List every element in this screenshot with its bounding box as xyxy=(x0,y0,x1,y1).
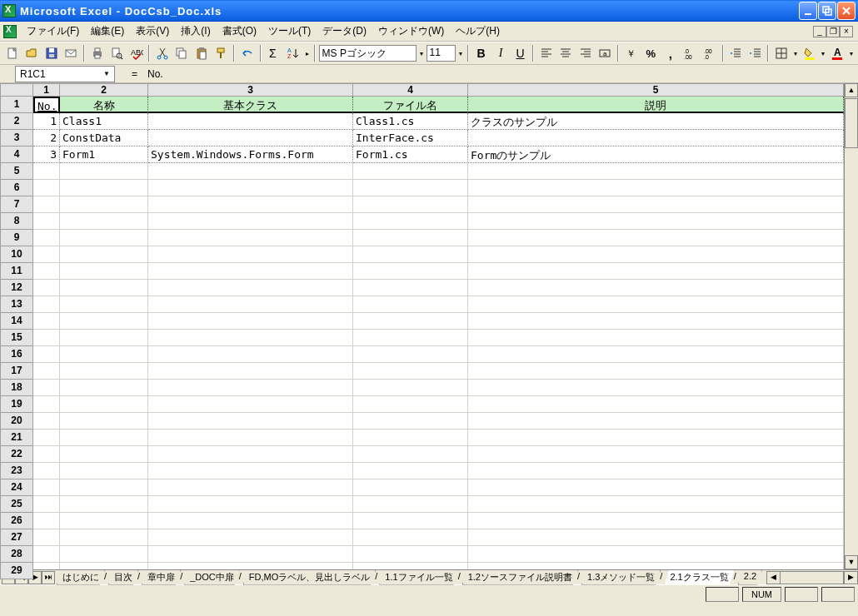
cell[interactable] xyxy=(60,380,148,396)
cell[interactable] xyxy=(60,529,148,546)
cell-name[interactable]: Form1 xyxy=(60,147,148,163)
cell[interactable] xyxy=(468,529,844,546)
cell[interactable] xyxy=(148,380,353,396)
menu-view[interactable]: 表示(V) xyxy=(131,22,174,41)
row-header[interactable]: 3 xyxy=(0,130,33,147)
name-box[interactable]: R1C1 ▼ xyxy=(15,66,115,82)
cell[interactable] xyxy=(353,246,468,263)
row-header[interactable]: 16 xyxy=(0,346,33,363)
header-desc[interactable]: 説明 xyxy=(468,97,844,113)
cell[interactable] xyxy=(60,430,148,446)
cell[interactable] xyxy=(60,346,148,363)
cell[interactable] xyxy=(33,263,60,280)
close-button[interactable] xyxy=(837,2,856,20)
cell[interactable] xyxy=(468,413,844,430)
cell[interactable] xyxy=(148,180,353,196)
save-icon[interactable] xyxy=(42,44,60,62)
sheet-tab[interactable]: 章中扉 xyxy=(142,570,181,585)
sheet-tab[interactable]: FD,MOラベル、見出しラベル xyxy=(243,570,376,585)
cell-desc[interactable]: クラスのサンプル xyxy=(468,113,844,130)
row-header[interactable]: 1 xyxy=(0,97,33,113)
underline-button[interactable]: U xyxy=(511,44,529,62)
row-header[interactable]: 22 xyxy=(0,446,33,463)
cell[interactable] xyxy=(60,563,148,569)
cell[interactable] xyxy=(148,513,353,529)
cell[interactable] xyxy=(468,463,844,479)
cell[interactable] xyxy=(148,263,353,280)
sort-asc-icon[interactable]: AZ xyxy=(284,44,302,62)
cell[interactable] xyxy=(468,380,844,396)
increase-indent-icon[interactable] xyxy=(746,44,764,62)
row-header[interactable]: 24 xyxy=(0,479,33,496)
row-header[interactable]: 19 xyxy=(0,396,33,413)
cell-base[interactable] xyxy=(148,130,353,147)
cell[interactable] xyxy=(353,163,468,180)
cell-name[interactable]: ConstData xyxy=(60,130,148,147)
cell-file[interactable]: InterFace.cs xyxy=(353,130,468,147)
fill-color-icon[interactable] xyxy=(801,44,818,62)
row-header[interactable]: 14 xyxy=(0,313,33,330)
cell[interactable] xyxy=(353,563,468,569)
cell-file[interactable]: Class1.cs xyxy=(353,113,468,130)
new-icon[interactable] xyxy=(3,44,21,62)
cell[interactable] xyxy=(468,546,844,563)
scroll-down-button[interactable]: ▼ xyxy=(845,555,858,569)
cell[interactable] xyxy=(33,479,60,496)
cell[interactable] xyxy=(148,363,353,380)
cell[interactable] xyxy=(468,513,844,529)
toolbar-overflow-icon[interactable]: ▸ xyxy=(304,50,311,57)
vertical-scrollbar[interactable]: ▲ ▼ xyxy=(844,83,858,569)
row-header[interactable]: 26 xyxy=(0,513,33,529)
row-header[interactable]: 27 xyxy=(0,529,33,546)
cell[interactable] xyxy=(60,163,148,180)
cell[interactable] xyxy=(33,346,60,363)
cell[interactable] xyxy=(468,163,844,180)
cell[interactable] xyxy=(148,430,353,446)
col-header-3[interactable]: 3 xyxy=(148,83,353,97)
cell[interactable] xyxy=(468,563,844,569)
cell-file[interactable]: Form1.cs xyxy=(353,147,468,163)
col-header-5[interactable]: 5 xyxy=(468,83,844,97)
cell[interactable] xyxy=(353,346,468,363)
sheet-tab[interactable]: 2.2 xyxy=(738,570,762,585)
sheet-tab[interactable]: 1.1ファイル一覧 xyxy=(379,570,458,585)
mdi-minimize-button[interactable]: _ xyxy=(813,26,826,37)
row-header[interactable]: 28 xyxy=(0,546,33,563)
decrease-indent-icon[interactable] xyxy=(727,44,745,62)
row-header[interactable]: 4 xyxy=(0,147,33,163)
font-select[interactable]: MS Pゴシック xyxy=(319,45,417,62)
header-name[interactable]: 名称 xyxy=(60,97,148,113)
col-header-2[interactable]: 2 xyxy=(60,83,148,97)
row-header[interactable]: 7 xyxy=(0,196,33,213)
cell[interactable] xyxy=(33,496,60,513)
cell-no[interactable]: 3 xyxy=(33,147,60,163)
cell[interactable] xyxy=(353,446,468,463)
format-painter-icon[interactable] xyxy=(212,44,230,62)
align-left-icon[interactable] xyxy=(537,44,555,62)
decrease-decimal-icon[interactable]: .00.0 xyxy=(701,44,718,62)
cell[interactable] xyxy=(148,396,353,413)
row-header[interactable]: 11 xyxy=(0,263,33,280)
cell[interactable] xyxy=(148,296,353,313)
cell[interactable] xyxy=(33,446,60,463)
cell[interactable] xyxy=(60,546,148,563)
cell[interactable] xyxy=(468,346,844,363)
cell[interactable] xyxy=(353,230,468,246)
cell[interactable] xyxy=(468,479,844,496)
font-color-dropdown-icon[interactable]: ▾ xyxy=(848,50,855,57)
cell[interactable] xyxy=(468,446,844,463)
cell[interactable] xyxy=(353,196,468,213)
sheet-tab[interactable]: 1.3メソッド一覧 xyxy=(581,570,661,585)
hscroll-right-button[interactable]: ▶ xyxy=(844,572,857,584)
cell[interactable] xyxy=(33,230,60,246)
cell[interactable] xyxy=(60,396,148,413)
menu-file[interactable]: ファイル(F) xyxy=(22,22,84,41)
cell[interactable] xyxy=(148,246,353,263)
sheet-tab[interactable]: はじめに xyxy=(57,570,105,585)
cell[interactable] xyxy=(353,546,468,563)
cell[interactable] xyxy=(148,346,353,363)
cell[interactable] xyxy=(148,479,353,496)
email-icon[interactable] xyxy=(62,44,79,62)
cell[interactable] xyxy=(33,513,60,529)
bold-button[interactable]: B xyxy=(472,44,490,62)
